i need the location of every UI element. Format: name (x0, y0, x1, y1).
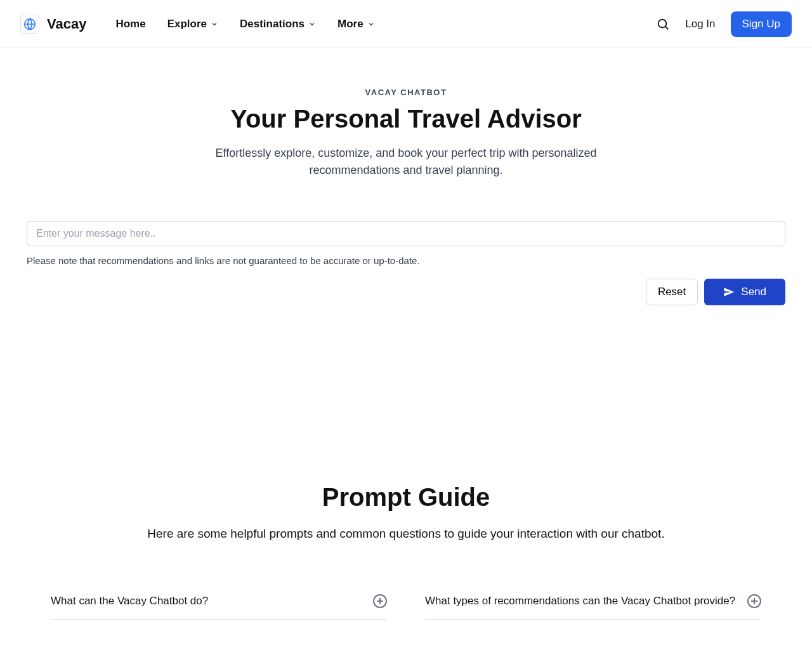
logo[interactable]: Vacay (20, 15, 86, 34)
hero-title: Your Personal Travel Advisor (25, 105, 787, 133)
search-button[interactable] (656, 17, 670, 31)
hero-subtitle: Effortlessly explore, customize, and boo… (203, 145, 609, 179)
hero: VACAY CHATBOT Your Personal Travel Advis… (0, 48, 812, 179)
plus-icon (373, 594, 387, 608)
nav-explore[interactable]: Explore (167, 18, 218, 30)
faq-item[interactable]: What can the Vacay Chatbot do? (51, 594, 387, 620)
chevron-down-icon (308, 20, 316, 28)
nav-label: More (337, 18, 363, 30)
nav-label: Destinations (240, 18, 304, 30)
search-icon (656, 17, 670, 31)
nav-label: Explore (167, 18, 207, 30)
send-button[interactable]: Send (704, 279, 785, 305)
faq-question: What can the Vacay Chatbot do? (51, 595, 208, 607)
nav-destinations[interactable]: Destinations (240, 18, 316, 30)
faq-grid: What can the Vacay Chatbot do? What type… (27, 594, 785, 620)
message-input[interactable] (27, 221, 785, 246)
chat-area: Please note that recommendations and lin… (0, 179, 812, 305)
brand-name: Vacay (47, 16, 86, 32)
nav-label: Home (115, 18, 145, 30)
hero-eyebrow: VACAY CHATBOT (25, 88, 787, 97)
signup-button[interactable]: Sign Up (731, 11, 792, 37)
faq-question: What types of recommendations can the Va… (425, 595, 735, 607)
chevron-down-icon (211, 20, 218, 28)
send-label: Send (741, 286, 766, 298)
chevron-down-icon (367, 20, 375, 28)
guide-subtitle: Here are some helpful prompts and common… (27, 527, 785, 541)
prompt-guide: Prompt Guide Here are some helpful promp… (0, 305, 812, 620)
disclaimer: Please note that recommendations and lin… (27, 255, 785, 266)
nav-home[interactable]: Home (115, 18, 145, 30)
guide-title: Prompt Guide (27, 483, 785, 512)
reset-button[interactable]: Reset (646, 279, 698, 305)
send-icon (723, 286, 735, 298)
globe-icon (20, 15, 39, 34)
plus-icon (747, 594, 761, 608)
chat-actions: Reset Send (27, 279, 785, 305)
faq-item[interactable]: What types of recommendations can the Va… (425, 594, 761, 620)
header-actions: Log In Sign Up (656, 11, 792, 37)
header: Vacay Home Explore Destinations More Log… (0, 0, 812, 48)
main-nav: Home Explore Destinations More (115, 18, 374, 30)
nav-more[interactable]: More (337, 18, 375, 30)
login-link[interactable]: Log In (685, 18, 715, 30)
svg-point-1 (658, 19, 667, 27)
